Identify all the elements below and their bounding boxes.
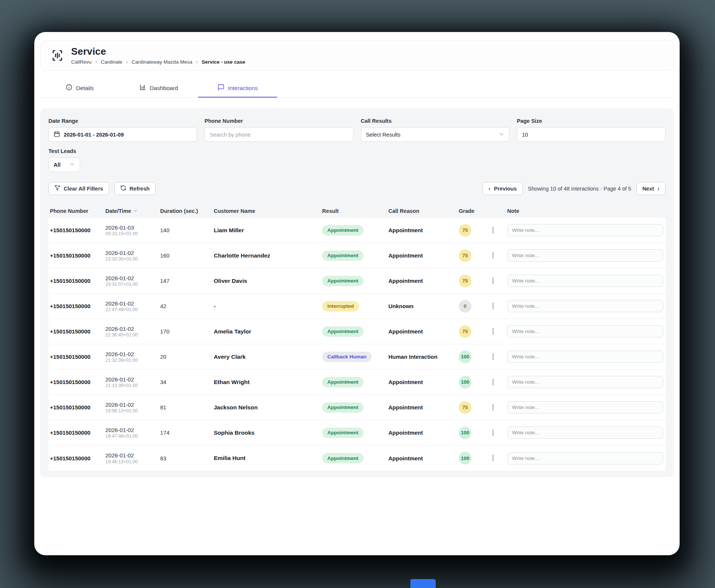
grade-badge: 75 [459,249,471,262]
date-range-value: 2026-01-01 - 2026-01-09 [64,132,124,138]
note-checkbox[interactable] [493,454,493,461]
cell-time: 19:47:48+01:00 [105,434,160,439]
tab-details[interactable]: Details [40,79,119,98]
note-input[interactable] [507,351,663,363]
note-input[interactable] [507,300,663,312]
note-checkbox[interactable] [493,404,493,411]
breadcrumb-item[interactable]: CallRevu [71,59,92,65]
cell-time: 00:15:15+01:00 [105,231,160,236]
phone-search-input[interactable] [210,132,348,138]
cell-date: 2026-01-02 [105,300,160,307]
column-header-grade: Grade [459,208,493,214]
note-input[interactable] [507,325,663,338]
note-checkbox[interactable] [493,378,493,386]
cell-customer: Oliver Davis [214,278,322,284]
note-input[interactable] [507,426,663,439]
breadcrumb-separator-icon: › [196,58,198,65]
page-title: Service [71,46,245,57]
cell-phone: +150150150000 [50,227,105,233]
cell-phone: +150150150000 [50,429,105,436]
table-row: +150150150000 2026-01-02 23:31:07+01:00 … [48,268,665,294]
info-icon [66,84,73,92]
tab-dashboard[interactable]: Dashboard [119,79,198,98]
cell-phone: +150150150000 [50,354,105,360]
grade-badge: 75 [459,275,471,287]
table-row: +150150150000 2026-01-02 22:36:45+01:00 … [48,319,665,344]
cell-customer: - [214,303,322,310]
note-input[interactable] [507,249,663,262]
note-checkbox[interactable] [493,429,493,436]
filter-x-icon [54,185,60,192]
column-header-duration: Duration (sec.) [160,208,214,214]
pagination-summary: Showing 10 of 48 interactions · Page 4 o… [528,186,631,192]
grade-badge: 75 [459,401,471,414]
table-row: +150150150000 2026-01-02 19:47:48+01:00 … [48,420,665,445]
note-input[interactable] [507,452,663,464]
chevron-left-icon: ‹ [489,185,491,192]
cell-time: 22:36:45+01:00 [105,332,160,338]
tab-label: Details [76,85,93,92]
note-checkbox[interactable] [493,328,493,335]
breadcrumb-item[interactable]: Cardinale [101,59,123,65]
chat-bubble-icon [217,84,225,92]
cell-phone: +150150150000 [50,455,105,461]
note-checkbox[interactable] [493,303,493,310]
result-badge: Appointment [322,326,363,337]
note-input[interactable] [507,401,663,413]
cell-date: 2026-01-02 [105,325,160,333]
date-range-picker[interactable]: 2026-01-01 - 2026-01-09 [48,127,197,142]
service-logo-icon [50,48,64,63]
tab-interactions[interactable]: Interactions [198,79,277,98]
breadcrumb-item[interactable]: Cardinaleway Mazda Mesa [132,59,193,65]
cell-duration: 170 [160,328,214,335]
cell-reason: Appointment [388,252,459,259]
cell-reason: Appointment [388,455,459,461]
cell-phone: +150150150000 [50,303,105,309]
cell-duration: 160 [160,252,214,259]
cell-reason: Human Interaction [388,354,459,360]
cell-duration: 147 [160,278,214,284]
refresh-button[interactable]: Refresh [114,182,156,195]
result-badge: Interrupted [322,301,359,311]
clear-all-filters-button[interactable]: Clear All Filters [48,182,109,195]
result-badge: Appointment [322,276,363,286]
cell-reason: Appointment [388,429,459,436]
page-size-input[interactable] [522,132,660,138]
refresh-icon [120,185,126,192]
cell-customer: Ethan Wright [214,379,322,386]
cell-customer: Liam Miller [214,227,322,234]
note-checkbox[interactable] [493,277,493,284]
note-checkbox[interactable] [493,227,493,234]
note-checkbox[interactable] [493,353,493,360]
result-badge: Appointment [322,453,363,463]
previous-page-button[interactable]: ‹ Previous [483,182,523,195]
previous-label: Previous [494,186,517,192]
table-body: +150150150000 2026-01-03 00:15:15+01:00 … [48,218,665,471]
next-page-button[interactable]: Next › [636,182,665,195]
breadcrumb-separator-icon: › [95,58,97,65]
note-input[interactable] [507,275,663,287]
taskbar-accent-bar [410,579,436,588]
table-row: +150150150000 2026-01-02 19:46:13+01:00 … [48,445,665,471]
table-header-row: Phone Number Date/Time Duration (sec.) C… [48,204,665,218]
note-input[interactable] [507,376,663,388]
column-header-datetime[interactable]: Date/Time [105,208,160,214]
cell-time: 21:32:39+01:00 [105,358,160,363]
cell-time: 23:33:35+01:00 [105,256,160,262]
note-checkbox[interactable] [493,252,493,259]
column-header-customer: Customer Name [214,208,322,214]
phone-number-label: Phone Number [204,118,353,124]
cell-duration: 140 [160,227,214,233]
test-leads-select[interactable]: All [48,157,80,172]
column-header-note: Note [507,208,664,214]
grade-badge: 100 [459,351,471,363]
cell-customer: Jackson Nelson [214,404,322,411]
call-results-select[interactable]: Select Results [361,127,509,142]
cell-customer: Sophia Brooks [214,429,322,436]
result-badge: Appointment [322,225,363,236]
breadcrumb: CallRevu › Cardinale › Cardinaleway Mazd… [71,59,245,65]
cell-reason: Appointment [388,404,459,410]
cell-phone: +150150150000 [50,404,105,410]
note-input[interactable] [507,224,663,236]
grade-badge: 100 [459,426,471,439]
